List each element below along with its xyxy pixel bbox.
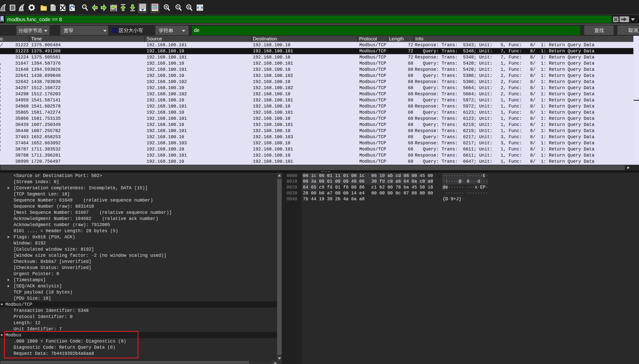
svg-text:0111: 0111 bbox=[51, 9, 55, 11]
